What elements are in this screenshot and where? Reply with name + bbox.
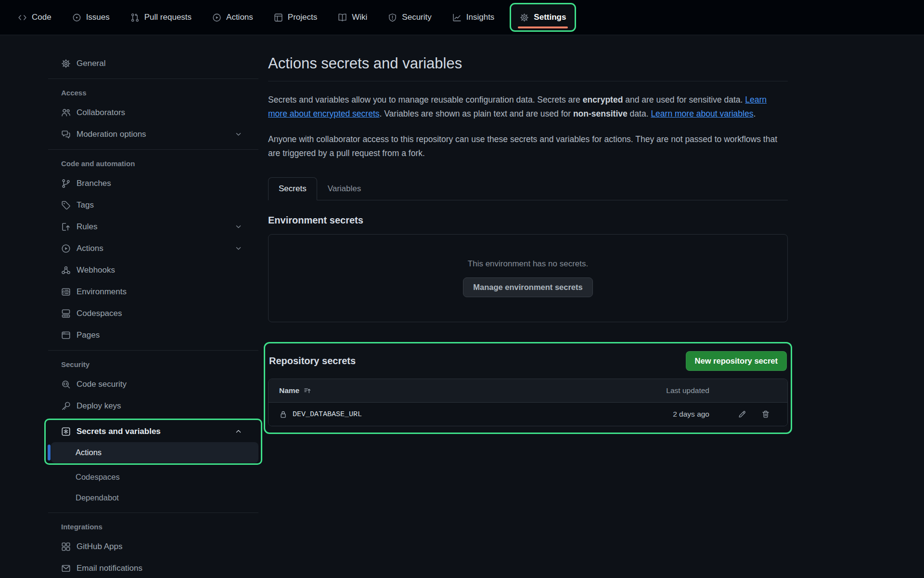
gear-icon — [520, 13, 529, 22]
environment-secrets-empty-box: This environment has no secrets. Manage … — [268, 234, 788, 322]
sidebar-item-moderation-options[interactable]: Moderation options — [48, 123, 258, 145]
name-column-label: Name — [279, 386, 299, 395]
settings-sidebar: GeneralAccessCollaboratorsModeration opt… — [48, 35, 258, 578]
sidebar-item-github-apps[interactable]: GitHub Apps — [48, 536, 258, 557]
apps-icon — [61, 542, 71, 552]
sidebar-item-label: Moderation options — [77, 130, 146, 139]
sidebar-item-code-security[interactable]: Code security — [48, 373, 258, 395]
nav-tab-label: Wiki — [352, 13, 367, 22]
name-column-header[interactable]: Name — [279, 386, 637, 395]
sidebar-item-label: Rules — [77, 222, 97, 232]
sidebar-item-webhooks[interactable]: Webhooks — [48, 259, 258, 281]
last-updated-column-header: Last updated — [637, 386, 709, 395]
sidebar-divider — [48, 512, 258, 513]
sidebar-item-collaborators[interactable]: Collaborators — [48, 102, 258, 123]
nav-tab-issues[interactable]: Issues — [65, 5, 117, 30]
intro-paragraph: Secrets and variables allow you to manag… — [268, 93, 788, 121]
sidebar-item-label: Codespaces — [77, 309, 122, 318]
manage-environment-secrets-button[interactable]: Manage environment secrets — [463, 277, 592, 297]
paragraph-text: and are used for sensitive data. — [623, 95, 745, 105]
sidebar-section-header-access: Access — [48, 83, 258, 102]
tab-variables[interactable]: Variables — [317, 177, 372, 200]
nav-tab-label: Pull requests — [144, 13, 192, 22]
nav-tab-security[interactable]: Security — [381, 5, 438, 30]
chevron-up-icon — [234, 427, 243, 435]
shield-icon — [388, 13, 397, 22]
title-divider — [268, 81, 788, 81]
page-layout: GeneralAccessCollaboratorsModeration opt… — [0, 35, 924, 578]
nav-tab-actions[interactable]: Actions — [205, 5, 260, 30]
nav-tab-projects[interactable]: Projects — [267, 5, 324, 30]
secrets-variables-tabnav: SecretsVariables — [268, 177, 788, 200]
paragraph-text: data. — [628, 109, 651, 118]
sidebar-subitem-label: Dependabot — [76, 493, 119, 502]
environment-empty-message: This environment has no secrets. — [468, 259, 588, 269]
sidebar-section-header-code-and-automation: Code and automation — [48, 154, 258, 172]
pull-request-icon — [130, 13, 140, 22]
sidebar-item-label: Pages — [77, 330, 100, 340]
nav-tab-label: Insights — [466, 13, 495, 22]
sidebar-item-label: Webhooks — [77, 265, 115, 275]
delete-secret-icon[interactable] — [761, 410, 770, 419]
sidebar-secrets-highlight-annotation: Secrets and variablesActions — [44, 419, 262, 465]
sidebar-section-header-security: Security — [48, 355, 258, 373]
nav-tab-code[interactable]: Code — [11, 5, 59, 30]
codescan-icon — [61, 380, 71, 389]
gear-icon — [61, 59, 71, 68]
codespaces-icon — [61, 309, 71, 318]
play-icon — [212, 13, 221, 22]
emphasized-text: encrypted — [583, 95, 623, 105]
mail-icon — [61, 564, 71, 573]
secret-last-updated: 2 days ago — [637, 410, 709, 419]
sidebar-item-branches[interactable]: Branches — [48, 172, 258, 194]
sidebar-divider — [48, 79, 258, 79]
paragraph-text: Secrets and variables allow you to manag… — [268, 95, 583, 105]
sidebar-subitem-label: Actions — [76, 448, 102, 457]
nav-tab-insights[interactable]: Insights — [445, 5, 502, 30]
secret-actions-cell — [709, 410, 777, 419]
sidebar-divider — [48, 149, 258, 150]
comment-discussion-icon — [61, 130, 71, 139]
play-icon — [61, 244, 71, 253]
sidebar-item-actions[interactable]: Actions — [48, 237, 258, 259]
secret-name: DEV_DATABASE_URL — [293, 410, 362, 419]
sidebar-item-general[interactable]: General — [48, 53, 258, 74]
paragraph-text: . Variables are shown as plain text and … — [380, 109, 573, 118]
chevron-down-icon — [234, 244, 243, 252]
repo-nav: CodeIssuesPull requestsActionsProjectsWi… — [0, 0, 924, 35]
graph-icon — [452, 13, 462, 22]
repository-secrets-table: Name Last updated DEV_DATABASE_URL2 days… — [268, 379, 788, 426]
sidebar-item-pages[interactable]: Pages — [48, 324, 258, 346]
new-repository-secret-button[interactable]: New repository secret — [686, 351, 787, 371]
nav-tab-pull-requests[interactable]: Pull requests — [123, 5, 199, 30]
sidebar-item-label: Collaborators — [77, 108, 125, 118]
nav-tab-label: Actions — [226, 13, 253, 22]
sidebar-item-label: Branches — [77, 179, 111, 188]
asterisk-box-icon — [61, 427, 71, 436]
secret-row: DEV_DATABASE_URL2 days ago — [269, 403, 787, 426]
repository-secrets-heading: Repository secrets — [269, 355, 356, 367]
sidebar-item-label: General — [77, 59, 105, 68]
tab-secrets[interactable]: Secrets — [268, 177, 317, 200]
chevron-down-icon — [234, 130, 243, 138]
sidebar-item-secrets-and-variables[interactable]: Secrets and variables — [48, 420, 258, 442]
sidebar-item-label: Email notifications — [77, 564, 142, 573]
sidebar-item-tags[interactable]: Tags — [48, 194, 258, 216]
sidebar-item-rules[interactable]: Rules — [48, 216, 258, 237]
sidebar-subitem-dependabot[interactable]: Dependabot — [48, 487, 258, 508]
sidebar-item-codespaces[interactable]: Codespaces — [48, 302, 258, 324]
sidebar-item-email-notifications[interactable]: Email notifications — [48, 557, 258, 578]
inline-link-learn-more-about-variables[interactable]: Learn more about variables — [651, 109, 753, 118]
paragraph-text: . — [753, 109, 756, 118]
sidebar-item-label: Code security — [77, 380, 127, 389]
sidebar-item-deploy-keys[interactable]: Deploy keys — [48, 395, 258, 417]
nav-tab-settings[interactable]: Settings — [510, 3, 576, 32]
sidebar-item-label: GitHub Apps — [77, 542, 122, 552]
sidebar-subitem-codespaces[interactable]: Codespaces — [48, 467, 258, 487]
sidebar-item-environments[interactable]: Environments — [48, 281, 258, 302]
sidebar-section-header-integrations: Integrations — [48, 517, 258, 536]
issue-icon — [72, 13, 81, 22]
nav-tab-wiki[interactable]: Wiki — [331, 5, 374, 30]
sidebar-subitem-actions[interactable]: Actions — [51, 442, 258, 463]
edit-secret-icon[interactable] — [738, 410, 746, 419]
